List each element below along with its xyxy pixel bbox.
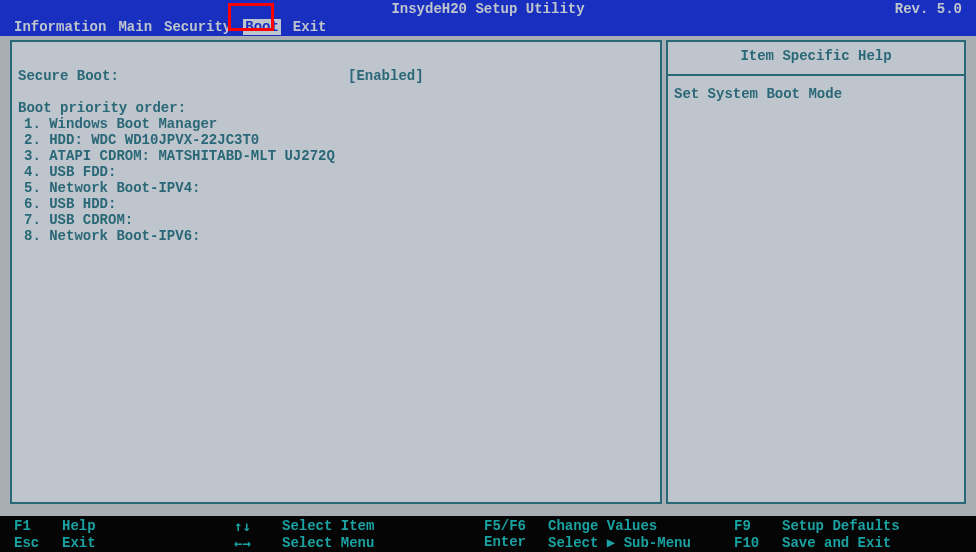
- help-text: Set System Boot Mode: [674, 86, 958, 102]
- hint-f10: F10Save and Exit: [734, 535, 962, 551]
- menu-bar: Information Main Security Boot Exit: [0, 18, 976, 36]
- list-item[interactable]: 2. HDD: WDC WD10JPVX-22JC3T0: [24, 132, 654, 148]
- help-pane: Item Specific Help Set System Boot Mode: [666, 40, 966, 504]
- boot-mode-label: Boot Mode:: [18, 52, 348, 68]
- content-area: Boot Mode: [UEFI] Secure Boot: [Enabled]…: [0, 36, 976, 508]
- hint-leftright: ←→Select Menu: [234, 535, 484, 551]
- list-item[interactable]: 5. Network Boot-IPV4:: [24, 180, 654, 196]
- list-item[interactable]: 3. ATAPI CDROM: MATSHITABD-MLT UJ272Q: [24, 148, 654, 164]
- boot-mode-value: [UEFI]: [348, 52, 398, 68]
- list-item[interactable]: 6. USB HDD:: [24, 196, 654, 212]
- list-item[interactable]: 7. USB CDROM:: [24, 212, 654, 228]
- tab-information[interactable]: Information: [14, 19, 106, 35]
- row-secure-boot[interactable]: Secure Boot: [Enabled]: [18, 68, 654, 84]
- footer-bar: F1Help ↑↓Select Item F5/F6Change Values …: [0, 516, 976, 552]
- secure-boot-label: Secure Boot:: [18, 68, 348, 84]
- help-title: Item Specific Help: [674, 48, 958, 64]
- list-item[interactable]: 1. Windows Boot Manager: [24, 116, 654, 132]
- hint-enter: EnterSelect ▶ Sub-Menu: [484, 534, 734, 551]
- tab-security[interactable]: Security: [164, 19, 231, 35]
- secure-boot-value: [Enabled]: [348, 68, 424, 84]
- hint-f9: F9Setup Defaults: [734, 518, 962, 534]
- hint-updown: ↑↓Select Item: [234, 518, 484, 534]
- list-item[interactable]: 8. Network Boot-IPV6:: [24, 228, 654, 244]
- hint-esc: EscExit: [14, 535, 234, 551]
- hint-f1: F1Help: [14, 518, 234, 534]
- revision-label: Rev. 5.0: [895, 1, 962, 17]
- settings-pane: Boot Mode: [UEFI] Secure Boot: [Enabled]…: [10, 40, 662, 504]
- priority-heading: Boot priority order:: [18, 100, 654, 116]
- app-title: InsydeH20 Setup Utility: [14, 1, 962, 17]
- list-item[interactable]: 4. USB FDD:: [24, 164, 654, 180]
- title-bar: InsydeH20 Setup Utility Rev. 5.0: [0, 0, 976, 18]
- hint-f5f6: F5/F6Change Values: [484, 518, 734, 534]
- tab-boot[interactable]: Boot: [243, 19, 281, 35]
- row-boot-mode[interactable]: Boot Mode: [UEFI]: [18, 52, 654, 68]
- tab-main[interactable]: Main: [118, 19, 152, 35]
- tab-exit[interactable]: Exit: [293, 19, 327, 35]
